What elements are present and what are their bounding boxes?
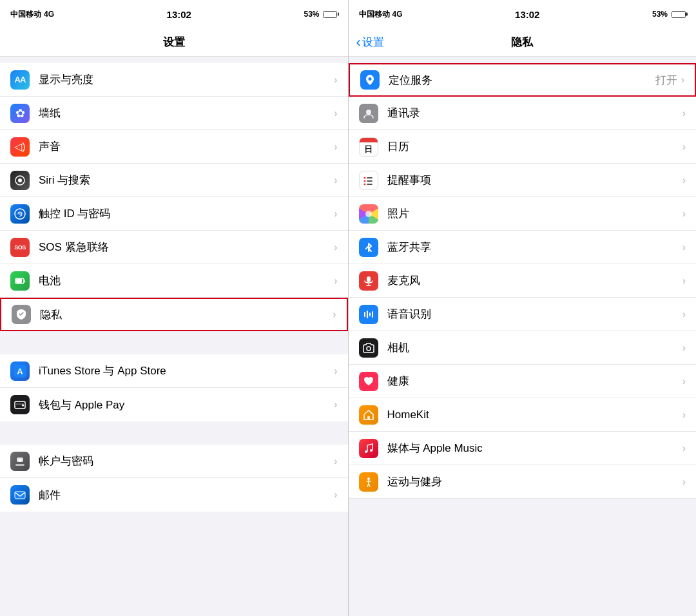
row-homekit[interactable]: HomeKit ›: [349, 398, 697, 432]
row-account[interactable]: 帐户与密码 ›: [0, 445, 348, 478]
display-label: 显示与亮度: [39, 72, 334, 87]
siri-icon: [10, 171, 30, 190]
row-sos[interactable]: SOS SOS 紧急联络 ›: [0, 231, 348, 264]
back-button[interactable]: ‹ 设置: [356, 35, 384, 50]
chevron-privacy: ›: [333, 309, 336, 320]
chevron-speech: ›: [682, 309, 686, 320]
svg-point-18: [363, 177, 365, 178]
row-itunes[interactable]: A iTunes Store 与 App Store ›: [0, 354, 348, 388]
itunes-label: iTunes Store 与 App Store: [39, 363, 334, 378]
row-wallpaper[interactable]: ✿ 墙纸 ›: [0, 97, 348, 130]
contacts-label: 通讯录: [387, 106, 682, 120]
svg-rect-24: [367, 276, 371, 282]
row-location[interactable]: 定位服务 打开 ›: [349, 63, 697, 97]
row-health[interactable]: 健康 ›: [349, 365, 697, 398]
row-camera[interactable]: 相机 ›: [349, 331, 697, 365]
camera-label: 相机: [387, 340, 682, 355]
sos-icon: SOS: [10, 238, 30, 257]
row-bluetooth[interactable]: 蓝牙共享 ›: [349, 231, 697, 264]
account-label: 帐户与密码: [39, 454, 334, 468]
music-label: 媒体与 Apple Music: [387, 441, 682, 456]
speech-icon: [359, 305, 378, 324]
section-store: A iTunes Store 与 App Store › 钱包与 Apple P…: [0, 354, 348, 421]
health-label: 健康: [387, 374, 682, 389]
chevron-photos: ›: [682, 208, 686, 220]
row-sound[interactable]: ◁) 声音 ›: [0, 130, 348, 164]
svg-rect-32: [367, 416, 370, 419]
mail-label: 邮件: [39, 488, 334, 503]
chevron-camera: ›: [682, 342, 686, 354]
row-calendar[interactable]: 日 日历 ›: [349, 130, 697, 164]
row-music[interactable]: 媒体与 Apple Music ›: [349, 432, 697, 465]
chevron-sound: ›: [334, 141, 337, 153]
sos-label: SOS 紧急联络: [39, 240, 334, 255]
reminders-label: 提醒事项: [387, 173, 682, 188]
row-wallet[interactable]: 钱包与 Apple Pay ›: [0, 388, 348, 421]
calendar-icon: 日: [359, 137, 378, 157]
row-display[interactable]: AA 显示与亮度 ›: [0, 63, 348, 97]
sound-label: 声音: [39, 139, 334, 154]
chevron-reminders: ›: [682, 175, 686, 186]
chevron-siri: ›: [334, 175, 337, 186]
row-mail[interactable]: 邮件 ›: [0, 478, 348, 512]
row-battery[interactable]: 电池 ›: [0, 264, 348, 298]
spacer-1: [0, 331, 348, 354]
contacts-icon: [359, 104, 378, 123]
chevron-display: ›: [334, 74, 337, 86]
privacy-list: 定位服务 打开 › 通讯录 › 日 日历 ›: [349, 57, 697, 616]
battery-pct-right: 53%: [652, 10, 668, 19]
row-reminders[interactable]: 提醒事项 ›: [349, 164, 697, 197]
chevron-mail: ›: [334, 489, 337, 501]
time-right: 13:02: [515, 9, 539, 20]
battery-icon-left: [323, 11, 337, 18]
page-title-right: 隐私: [511, 35, 533, 50]
svg-point-3: [19, 213, 21, 215]
privacy-label: 隐私: [40, 307, 333, 322]
svg-rect-11: [22, 405, 24, 407]
row-speech[interactable]: 语音识别 ›: [349, 298, 697, 331]
row-photos[interactable]: 照片 ›: [349, 197, 697, 231]
spacer-right-bottom: [349, 499, 697, 522]
wallpaper-label: 墙纸: [39, 106, 334, 120]
network-left: 4G: [44, 10, 54, 19]
row-contacts[interactable]: 通讯录 ›: [349, 97, 697, 130]
chevron-battery: ›: [334, 275, 337, 287]
row-motion[interactable]: 运动与健身 ›: [349, 465, 697, 499]
svg-point-16: [368, 77, 371, 81]
svg-rect-6: [16, 279, 22, 283]
wallet-icon: [10, 395, 30, 414]
svg-text:A: A: [17, 367, 23, 376]
back-arrow-icon: ‹: [356, 35, 361, 50]
sound-icon: ◁): [10, 137, 30, 157]
row-privacy[interactable]: 隐私 ›: [0, 298, 348, 331]
chevron-music: ›: [682, 443, 686, 454]
chevron-location: ›: [681, 74, 684, 86]
section-main: AA 显示与亮度 › ✿ 墙纸 › ◁) 声音 › Siri 与搜索: [0, 57, 348, 331]
row-touchid[interactable]: 触控 ID 与密码 ›: [0, 197, 348, 231]
status-right-left: 53%: [304, 10, 337, 19]
photos-icon: [359, 204, 378, 224]
wallpaper-icon: ✿: [10, 104, 30, 123]
svg-rect-14: [15, 464, 24, 466]
chevron-motion: ›: [682, 476, 686, 488]
svg-rect-30: [372, 311, 373, 318]
itunes-icon: A: [10, 361, 30, 381]
row-microphone[interactable]: 麦克风 ›: [349, 264, 697, 298]
svg-rect-23: [367, 184, 372, 185]
display-icon: AA: [10, 70, 30, 90]
chevron-bluetooth: ›: [682, 242, 686, 253]
chevron-wallet: ›: [334, 399, 337, 410]
svg-rect-27: [364, 312, 365, 317]
status-left: 中国移动 4G: [10, 9, 54, 20]
reminders-icon: [359, 171, 378, 190]
chevron-homekit: ›: [682, 409, 686, 421]
camera-icon: [359, 338, 378, 358]
spacer-3: [0, 512, 348, 535]
row-siri[interactable]: Siri 与搜索 ›: [0, 164, 348, 197]
chevron-wallpaper: ›: [334, 108, 337, 119]
svg-point-22: [363, 183, 365, 185]
nav-bar-right: ‹ 设置 隐私: [349, 28, 697, 57]
status-left-right: 中国移动 4G: [359, 9, 403, 20]
microphone-icon: [359, 271, 378, 291]
nav-bar-left: 设置: [0, 28, 348, 57]
